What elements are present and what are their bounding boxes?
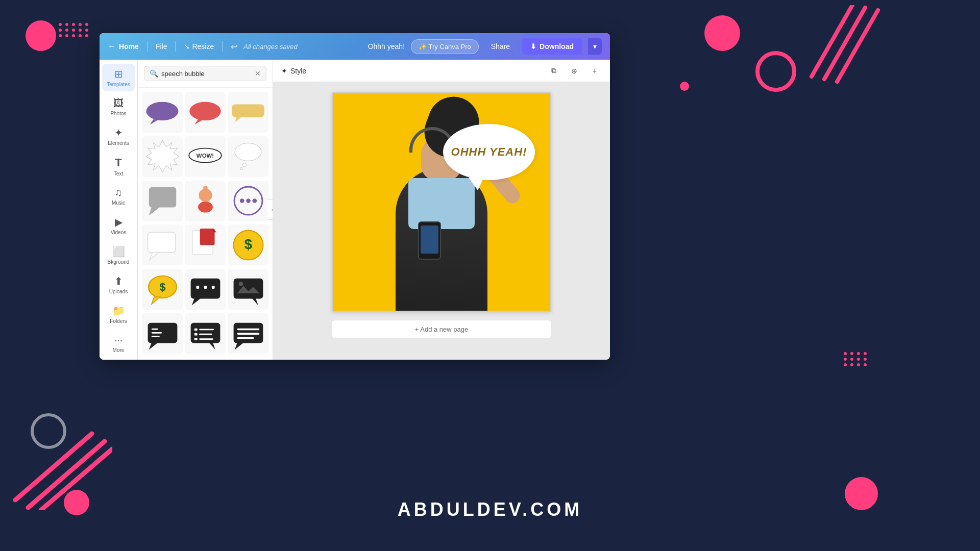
search-input[interactable] (161, 70, 252, 78)
svg-rect-39 (196, 286, 199, 289)
more-icon: ··· (114, 334, 123, 346)
svg-text:$: $ (244, 236, 252, 252)
svg-rect-62 (237, 333, 259, 335)
sidebar-item-photos[interactable]: 🖼 Photos (102, 93, 135, 120)
sidebar-item-folders[interactable]: 📁 Folders (102, 300, 135, 328)
music-icon: ♫ (115, 187, 122, 198)
decor-dots-tr (844, 352, 868, 366)
saved-status: All changes saved (243, 43, 298, 51)
style-label: Style (290, 67, 306, 75)
list-item[interactable] (228, 181, 268, 221)
svg-point-6 (146, 102, 179, 120)
search-box: 🔍 ✕ (144, 66, 266, 81)
svg-line-3 (15, 434, 92, 500)
home-label: Home (119, 42, 139, 51)
dollar-circle-bubble-svg: $ (232, 229, 265, 262)
svg-marker-19 (149, 207, 160, 216)
svg-rect-18 (149, 187, 176, 208)
svg-rect-58 (199, 338, 213, 340)
duplicate-button[interactable]: ⊕ (567, 64, 581, 78)
download-chevron-button[interactable]: ▾ (588, 38, 602, 55)
undo-button[interactable]: ↩ (231, 42, 237, 52)
svg-rect-10 (232, 104, 264, 117)
list-item[interactable]: WOW! (185, 136, 226, 177)
canvas-scroll[interactable]: OHHH YEAH! + Add a new page (273, 82, 610, 360)
svg-point-8 (189, 102, 221, 120)
decor-circle-bl (64, 490, 89, 515)
search-clear-button[interactable]: ✕ (255, 69, 261, 78)
panel-collapse-handle[interactable]: ‹ (267, 199, 273, 220)
list-item[interactable] (228, 92, 268, 133)
list-item[interactable] (185, 92, 226, 133)
list-item[interactable] (185, 313, 226, 354)
list-item[interactable] (228, 136, 268, 177)
svg-point-16 (242, 163, 246, 167)
sidebar-item-more[interactable]: ··· More (102, 330, 135, 357)
resize-label: Resize (192, 42, 214, 51)
dollar-speech-bubble-svg: $ (146, 273, 179, 306)
svg-marker-28 (150, 252, 159, 260)
search-area: 🔍 ✕ (138, 60, 273, 88)
svg-marker-12 (146, 141, 179, 172)
list-item[interactable] (142, 313, 183, 354)
decor-circle-tr (704, 15, 740, 51)
share-button[interactable]: Share (485, 39, 516, 54)
list-item[interactable] (228, 269, 268, 310)
watermark: ABDULDEV.COM (398, 499, 583, 520)
sidebar-item-templates[interactable]: ⊞ Templates (102, 64, 135, 91)
svg-rect-57 (194, 338, 197, 340)
svg-point-22 (203, 186, 208, 190)
copy-button[interactable]: ⧉ (547, 64, 561, 78)
speech-bubble[interactable]: OHHH YEAH! (443, 124, 535, 180)
svg-line-1 (824, 8, 865, 79)
list-item[interactable]: $ (142, 269, 183, 310)
svg-rect-41 (211, 286, 214, 289)
list-item[interactable] (142, 224, 183, 265)
list-item[interactable] (228, 313, 268, 354)
home-button[interactable]: ← Home (108, 42, 139, 51)
svg-rect-27 (148, 232, 175, 253)
list-item[interactable] (185, 181, 226, 221)
list-item[interactable] (185, 269, 226, 310)
canvas-area: ✦ Style ⧉ ⊕ + (273, 60, 610, 360)
design-canvas[interactable]: OHHH YEAH! (332, 92, 551, 312)
red-paper-icon-svg (189, 229, 222, 262)
svg-point-24 (239, 198, 244, 203)
spiky-bubble-svg (146, 140, 179, 173)
svg-rect-54 (199, 329, 214, 330)
svg-marker-60 (234, 342, 243, 349)
add-button[interactable]: + (587, 64, 602, 78)
sidebar-item-background[interactable]: ⬜ Bkground (102, 241, 135, 269)
sparkle-icon: ✦ (281, 67, 287, 75)
sidebar-item-music[interactable]: ♫ Music (102, 183, 135, 210)
try-pro-button[interactable]: ✨ Try Canva Pro (411, 39, 479, 54)
back-arrow-icon: ← (108, 42, 116, 51)
file-menu[interactable]: File (156, 42, 167, 51)
shirt (408, 178, 475, 229)
download-button[interactable]: ⬇ Download (522, 38, 582, 55)
add-page-button[interactable]: + Add a new page (332, 320, 551, 338)
resize-button[interactable]: ⤡ Resize (184, 42, 214, 51)
svg-marker-52 (209, 342, 215, 349)
background-label: Bkground (108, 259, 130, 265)
list-item[interactable] (142, 92, 183, 133)
navbar: ← Home File ⤡ Resize ↩ All changes saved… (100, 33, 610, 60)
list-item[interactable] (142, 181, 183, 221)
elements-grid: WOW! (138, 88, 273, 360)
list-item[interactable] (142, 136, 183, 177)
style-button[interactable]: ✦ Style (281, 67, 306, 75)
list-item[interactable]: $ (228, 224, 268, 265)
search-icon: 🔍 (150, 69, 158, 78)
sidebar-item-uploads[interactable]: ⬆ Uploads (102, 271, 135, 298)
dark-dots-bubble-svg (189, 273, 222, 306)
download-icon: ⬇ (530, 42, 536, 51)
sidebar-item-videos[interactable]: ▶ Videos (102, 212, 135, 239)
folders-label: Folders (110, 318, 127, 324)
project-name[interactable]: Ohhh yeah! (368, 42, 405, 51)
sidebar-item-elements[interactable]: ✦ Elements (102, 122, 135, 150)
videos-label: Videos (111, 230, 126, 235)
download-label: Download (540, 42, 574, 51)
list-item[interactable] (185, 224, 226, 265)
decor-circle-br (845, 477, 878, 510)
sidebar-item-text[interactable]: T Text (102, 152, 135, 181)
